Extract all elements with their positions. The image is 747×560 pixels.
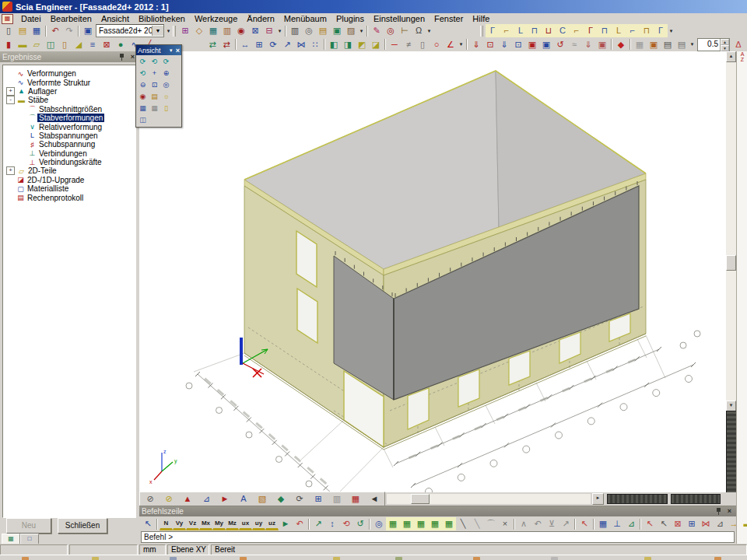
mass-icon[interactable]: ▣ [525,38,539,51]
model-3d-icon[interactable]: ◇ [192,24,206,37]
view-z-icon[interactable]: ◩ [355,38,369,51]
open-project-icon[interactable]: ▤ [16,24,30,37]
table-dxf-icon[interactable]: ▦ [442,517,456,530]
print-icon[interactable]: ▥ [288,24,302,37]
snap-mid-icon[interactable]: ⊻ [545,517,559,530]
result-Mx-button[interactable]: Mx [199,518,212,530]
snap-cursor-icon[interactable]: ↖ [577,517,591,530]
tree-item-deformed-structure[interactable]: ∿Verformte Struktur [3,78,135,86]
view-axo-icon[interactable]: ◪ [369,38,383,51]
result-class-icon[interactable]: ⇓ [581,38,595,51]
menu-bibliotheken[interactable]: Bibliotheken [134,14,190,23]
snap-vertex-icon[interactable]: ∧ [517,517,531,530]
table-mx-icon[interactable]: ▦ [414,517,428,530]
snap-edge-icon[interactable]: ↶ [531,517,545,530]
tree-item-2d-1d-upgrade[interactable]: ◪2D-/1D-Upgrade [3,176,135,184]
results-panel-header[interactable]: Ergebnisse × [0,51,139,62]
scroll-right-icon[interactable]: ► [592,493,604,505]
rotation-fix-icon[interactable]: ↶ [293,517,307,530]
rib-icon[interactable]: ≡ [86,38,100,51]
disconnect-members-icon[interactable]: ⇄ [219,38,233,51]
table-my-icon[interactable]: ▦ [428,517,442,530]
snap-skew-icon[interactable]: ⊿ [624,517,638,530]
measure-slope-icon[interactable]: ⊿ [197,492,216,506]
tree-item-member-internal-forces[interactable]: ⌒Stabschnittgrößen [3,105,135,114]
pen-settings-icon[interactable]: ⊘ [160,492,178,506]
ansicht-close-icon[interactable]: × [176,47,180,54]
haunch-icon[interactable]: ◢ [72,38,86,51]
project-combo-more[interactable]: ▾ [165,28,172,34]
cross-section-9-icon[interactable]: ⊓ [598,24,612,37]
table-input-icon[interactable]: ⊞ [178,24,192,37]
snap-free-icon[interactable]: ↗ [559,517,573,530]
command-input[interactable]: Befehl > [141,531,735,543]
mdi-document-icon[interactable]: ▦ [2,14,13,24]
dimension-line-icon[interactable]: ─ [388,38,402,51]
pin-icon[interactable] [118,54,125,61]
deformed-shape-icon[interactable]: ► [279,517,293,530]
draw-tools-more-icon[interactable]: ▾ [458,41,465,47]
horizontal-scrollbar[interactable] [387,494,591,504]
stored-view-1-icon[interactable]: ▦ [137,103,149,114]
snap-grid-icon[interactable]: ▦ [596,517,610,530]
light-settings-icon[interactable]: ☼ [160,91,172,103]
table-Gd-minus-icon[interactable]: ▦ [400,517,414,530]
member-2d-icon[interactable]: ▱ [30,38,44,51]
copy-picture-icon[interactable]: ▤ [661,38,675,51]
node-icon[interactable]: ● [114,38,128,51]
column-icon[interactable]: ▯ [58,38,72,51]
view-note-icon[interactable]: ▯ [160,103,172,114]
dimension-chain-icon[interactable]: ≠ [402,38,416,51]
cross-section-2-icon[interactable]: ⌐ [500,24,514,37]
cross-section-1-icon[interactable]: Г [486,24,500,37]
expander-icon[interactable]: + [6,87,15,96]
snap-delete-icon[interactable]: × [498,517,512,530]
envelope-icon[interactable]: ▣ [595,38,609,51]
cross-section-12-icon[interactable]: ⊓ [640,24,654,37]
combination-icon[interactable]: ⊡ [511,38,525,51]
result-uy-button[interactable]: uy [252,518,265,530]
clipboard-icon[interactable]: ▥ [220,24,234,37]
snap-line-icon[interactable]: ╲ [456,517,470,530]
picture-gallery-icon[interactable]: ▣ [330,24,344,37]
ansicht-toolbar-header[interactable]: Ansicht ▼ × [136,45,181,55]
table-Gd-plus-icon[interactable]: ▦ [386,517,400,530]
render-mode-icon[interactable]: ▧ [253,492,272,506]
load-case-2-icon[interactable]: ⊡ [483,38,497,51]
move-icon[interactable]: ↔ [238,38,252,51]
scale-x-down-icon[interactable]: ▼ [721,45,729,51]
snap-measure-icon[interactable]: ▬ [741,517,747,530]
ansicht-dropdown-icon[interactable]: ▼ [169,48,174,53]
scale-icon[interactable]: ↗ [280,38,294,51]
zoom-in-icon[interactable]: ⊕ [160,68,172,79]
snap-intersection-icon[interactable]: ↖ [657,517,671,530]
rotate-icon[interactable]: ⟳ [266,38,280,51]
print-more-icon[interactable]: ▾ [358,28,365,34]
calculation-mesh-icon[interactable]: ▦ [206,24,220,37]
angle-display-icon[interactable]: ↺ [353,517,367,530]
toolbar-grip[interactable] [173,26,176,37]
load-case-1-icon[interactable]: ⇓ [469,38,483,51]
tree-item-supports[interactable]: +▲Auflager [3,87,135,96]
project-combo[interactable]: Fassade2d+ 2012 ▼ [96,24,164,37]
stored-view-2-icon[interactable]: ▦ [149,103,160,114]
tree-item-shear-stress[interactable]: ♯Schubspannung [3,140,135,149]
result-My-button[interactable]: My [212,518,226,530]
snap-tracking-icon[interactable]: → [727,517,741,530]
result-scale-link-icon[interactable]: Δ [731,38,745,51]
stability-icon[interactable]: ≈ [567,38,581,51]
zoom-all-icon[interactable]: ◎ [160,79,172,91]
connect-members-icon[interactable]: ⇄ [205,38,219,51]
circle-tool-icon[interactable]: ○ [430,38,444,51]
undo-icon[interactable]: ↶ [48,24,62,37]
new-button[interactable]: Neu [6,518,51,534]
menu-aendern[interactable]: Ändern [242,14,279,23]
picture-to-document-icon[interactable]: ▣ [647,38,661,51]
result-N-button[interactable]: N [160,518,173,530]
project-combo-dropdown-icon[interactable]: ▼ [152,26,163,36]
center-view-icon[interactable]: ◆ [614,38,628,51]
result-Vy-button[interactable]: Vy [173,518,186,530]
cross-section-4-icon[interactable]: ⊓ [528,24,542,37]
zoom-out-icon[interactable]: ⊖ [137,79,149,91]
view-y-icon[interactable]: ◨ [341,38,355,51]
